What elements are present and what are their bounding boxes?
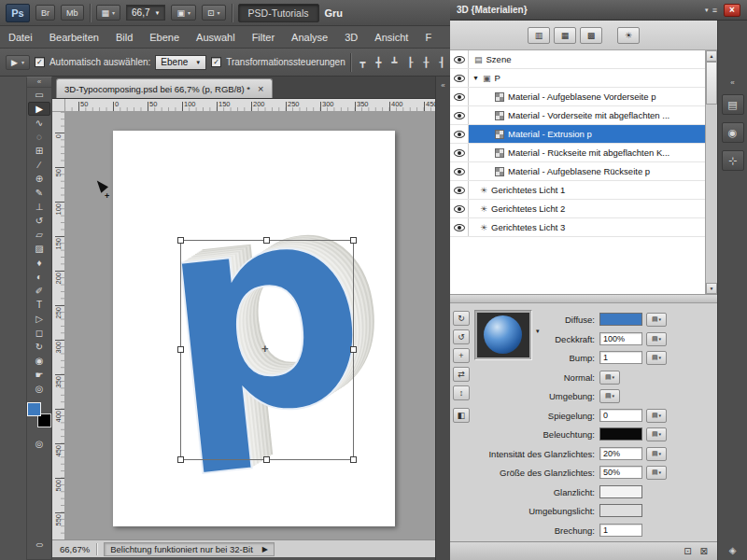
- menu-filter[interactable]: Filter: [244, 26, 283, 48]
- tree-row-material[interactable]: Material - Aufgeblasene Vorderseite p: [450, 88, 705, 106]
- menu-ansicht[interactable]: Ansicht: [366, 26, 416, 48]
- dodge-tool[interactable]: ◐: [28, 270, 50, 284]
- visibility-toggle[interactable]: [450, 88, 469, 105]
- screen-mode-button[interactable]: ⊡▾: [202, 5, 226, 21]
- 3d-orbit-tool[interactable]: ◉: [28, 354, 50, 368]
- crop-tool[interactable]: ⊞: [28, 144, 50, 158]
- 3d-rotate-tool[interactable]: ↻: [28, 340, 50, 354]
- tree-row-material[interactable]: Material - Aufgeblasene Rückseite p: [450, 162, 705, 181]
- filter-materials-button[interactable]: ▩: [580, 27, 602, 44]
- path-selection-tool[interactable]: ▷: [28, 312, 50, 326]
- gradient-tool[interactable]: ▨: [28, 242, 50, 256]
- trash-icon[interactable]: ⊠: [700, 546, 708, 556]
- specular-color-swatch[interactable]: [599, 485, 642, 498]
- glossiness-field[interactable]: 50%: [599, 466, 642, 479]
- dock-3d-materials-button[interactable]: ◉: [722, 122, 744, 143]
- dock-layers-button[interactable]: ▤: [722, 94, 744, 115]
- visibility-toggle[interactable]: [450, 69, 469, 87]
- transform-handle[interactable]: [350, 346, 357, 353]
- quick-mask-button[interactable]: ◎: [28, 437, 50, 451]
- close-icon[interactable]: ×: [258, 84, 263, 94]
- menu-datei[interactable]: Datei: [0, 26, 41, 48]
- zoom-tool[interactable]: ◎: [28, 382, 50, 396]
- transform-handle[interactable]: [177, 456, 184, 463]
- status-zoom[interactable]: 66,67%: [60, 544, 90, 554]
- visibility-toggle[interactable]: [450, 181, 469, 199]
- screen-mode-toggle[interactable]: ○: [28, 538, 50, 552]
- align-left-icon[interactable]: ┠: [403, 57, 417, 67]
- rect-marquee-tool[interactable]: ▭: [28, 88, 50, 102]
- filter-scene-button[interactable]: ▥: [528, 27, 550, 44]
- type-tool[interactable]: T: [28, 298, 50, 312]
- transform-handle[interactable]: [177, 237, 184, 244]
- status-flyout-icon[interactable]: ▶: [262, 545, 268, 553]
- transform-handle[interactable]: [177, 346, 184, 353]
- auto-select-checkbox[interactable]: ✓: [35, 57, 45, 67]
- tree-row-light[interactable]: ☀Gerichtetes Licht 2: [450, 200, 705, 218]
- quick-selection-tool[interactable]: ◌: [28, 130, 50, 144]
- menu-fenster[interactable]: F: [416, 26, 440, 48]
- dock-3d-axes-button[interactable]: ⊹: [722, 150, 744, 171]
- scrollbar-thumb[interactable]: [706, 62, 717, 105]
- move-tool[interactable]: ▶: [28, 102, 50, 116]
- transform-handle[interactable]: [263, 237, 270, 244]
- align-right-icon[interactable]: ┨: [435, 57, 449, 67]
- filter-meshes-button[interactable]: ▦: [554, 27, 576, 44]
- menu-bearbeiten[interactable]: Bearbeiten: [41, 26, 107, 48]
- healing-brush-tool[interactable]: ⊕: [28, 172, 50, 186]
- tree-row-light[interactable]: ☀Gerichtetes Licht 3: [450, 218, 705, 237]
- diffuse-color-swatch[interactable]: [599, 313, 642, 326]
- texture-map-button[interactable]: ▤▾: [646, 409, 667, 423]
- pen-tool[interactable]: ✐: [28, 284, 50, 298]
- tree-row-mesh-p[interactable]: ▼▣P: [450, 69, 705, 88]
- transform-handle[interactable]: [263, 456, 270, 463]
- visibility-toggle[interactable]: [450, 200, 469, 217]
- arrange-documents-button[interactable]: ▣▾: [171, 5, 196, 21]
- visibility-toggle[interactable]: [450, 162, 469, 180]
- foreground-color-swatch[interactable]: [27, 402, 41, 416]
- canvas-area[interactable]: p + +: [65, 112, 435, 539]
- horizontal-ruler[interactable]: 50 0 50 100 150 200 250 300 350 400 450: [65, 99, 435, 112]
- refraction-field[interactable]: 1: [599, 524, 642, 537]
- zoom-level-field[interactable]: 66,7▼: [126, 5, 165, 21]
- collapse-chevrons-icon[interactable]: «: [441, 81, 444, 90]
- clone-stamp-tool[interactable]: ⊥: [28, 200, 50, 214]
- align-bottom-icon[interactable]: ┻: [388, 57, 402, 67]
- visibility-toggle[interactable]: [450, 125, 469, 143]
- ambient-color-swatch[interactable]: [599, 504, 642, 517]
- panel-title-bar[interactable]: 3D {Materialien} ▼ ≡ ×: [450, 0, 747, 21]
- filter-lights-button[interactable]: ☀: [617, 27, 640, 44]
- eyedropper-tool[interactable]: ∕: [28, 158, 50, 172]
- menu-3d[interactable]: 3D: [336, 26, 366, 48]
- collapse-chevrons-icon[interactable]: «: [27, 77, 51, 88]
- transform-handle[interactable]: [350, 237, 357, 244]
- scroll-down-icon[interactable]: ▼: [706, 283, 717, 294]
- texture-map-button[interactable]: ▤▾: [646, 427, 667, 441]
- hand-tool[interactable]: ☛: [28, 368, 50, 382]
- vertical-ruler[interactable]: 0 50 100 150 200 250 300 350 400 450 500…: [52, 112, 65, 539]
- tree-scrollbar[interactable]: ▲ ▼: [705, 50, 717, 294]
- history-brush-tool[interactable]: ↺: [28, 214, 50, 228]
- blur-tool[interactable]: ♦: [28, 256, 50, 270]
- menu-bild[interactable]: Bild: [107, 26, 141, 48]
- texture-map-button[interactable]: ▤▾: [646, 313, 667, 327]
- brush-tool[interactable]: ✎: [28, 186, 50, 200]
- shape-tool[interactable]: ◻: [28, 326, 50, 340]
- align-center-icon[interactable]: ╋: [372, 57, 386, 67]
- transform-controls-checkbox[interactable]: ✓: [211, 57, 221, 67]
- texture-map-button[interactable]: ▤▾: [646, 332, 667, 346]
- bridge-button[interactable]: Br: [35, 5, 55, 21]
- menu-analyse[interactable]: Analyse: [283, 26, 336, 48]
- mobile-button[interactable]: Mb: [61, 5, 84, 21]
- align-middle-icon[interactable]: ╂: [419, 57, 433, 67]
- texture-map-button[interactable]: ▤▾: [646, 447, 667, 461]
- panel-menu-button[interactable]: ▼ ≡: [704, 6, 717, 15]
- transform-handle[interactable]: [350, 456, 357, 463]
- texture-map-button[interactable]: ▤▾: [646, 351, 667, 365]
- reflection-field[interactable]: 0: [599, 409, 642, 422]
- tree-row-material-selected[interactable]: Material - Extrusion p: [450, 125, 705, 144]
- view-extras-button[interactable]: ▦▾: [96, 5, 121, 21]
- collapse-chevrons-icon[interactable]: «: [730, 78, 734, 87]
- tree-row-light[interactable]: ☀Gerichtetes Licht 1: [450, 181, 705, 200]
- panel-splitter[interactable]: [450, 295, 717, 303]
